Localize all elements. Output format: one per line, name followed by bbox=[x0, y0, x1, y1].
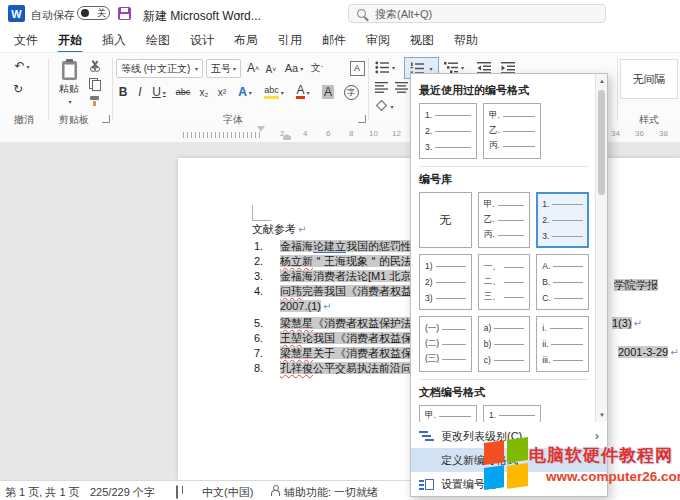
search-input[interactable] bbox=[373, 7, 577, 21]
tab-view[interactable]: 视图 bbox=[404, 29, 440, 52]
word-count[interactable]: 225/229 个字 bbox=[90, 485, 155, 500]
tab-draw[interactable]: 绘图 bbox=[140, 29, 176, 52]
paste-button[interactable]: 粘贴 ▾ bbox=[52, 58, 86, 108]
doc-list-line-6[interactable]: 6.王堃论我国《消费者权益保 bbox=[252, 331, 412, 345]
doc-list-line-7[interactable]: 7.梁慧星关于《消费者权益保 bbox=[252, 346, 412, 360]
num-sample: (一) bbox=[425, 323, 439, 335]
superscript-button[interactable]: x² bbox=[214, 84, 230, 100]
tab-layout[interactable]: 布局 bbox=[228, 29, 264, 52]
doc-list-line-3[interactable]: 3.金福海消费者法论[M1 北京 bbox=[252, 269, 411, 283]
doc-fragment[interactable]: 2001-3-29↵ bbox=[618, 345, 679, 360]
text-effects-button[interactable]: A ▾ bbox=[234, 84, 256, 100]
doc-heading-line[interactable]: 文献参考↵ bbox=[252, 222, 306, 237]
grow-font-button[interactable]: A˄ bbox=[245, 59, 261, 77]
doc-list-line-8[interactable]: 8.孔祥俊公平交易执法前沿问 bbox=[252, 361, 412, 375]
phonetic-guide-button[interactable]: 文ˇ bbox=[308, 59, 326, 77]
doc-list-line-1[interactable]: 1.金福海论建立我国的惩罚性 bbox=[252, 239, 412, 253]
numbering-preview-recent-arabic[interactable]: 1. 2. 3. bbox=[419, 103, 477, 159]
numbering-preview-chinese-paren[interactable]: (一) (二) (三) bbox=[419, 316, 472, 372]
doc-list-line-2[interactable]: 2.杨立新＂王海现象＂的民法 bbox=[252, 254, 412, 268]
doc-fragment[interactable]: 1(3)↵ bbox=[612, 316, 642, 331]
tab-file[interactable]: 文件 bbox=[8, 29, 44, 52]
redo-button[interactable]: ↻ bbox=[8, 81, 28, 97]
scroll-down-icon[interactable]: ▼ bbox=[596, 408, 608, 422]
font-dialog-launcher-icon[interactable] bbox=[358, 115, 366, 123]
num-sample: c) bbox=[484, 355, 491, 365]
numbering-preview-arabic-selected[interactable]: 1. 2. 3. bbox=[536, 192, 589, 248]
undo-button[interactable]: ↶ ▾ bbox=[8, 58, 36, 74]
doc-list-line-4[interactable]: 4.问玮完善我国《消费者权益 bbox=[252, 284, 412, 298]
change-case-button[interactable]: Aa ▾ bbox=[282, 59, 306, 77]
numbering-preview-alpha-paren[interactable]: a) b) c) bbox=[478, 316, 531, 372]
clipboard-dialog-launcher-icon[interactable] bbox=[102, 115, 110, 123]
list-number: 6. bbox=[252, 331, 280, 345]
shrink-font-button[interactable]: A˅ bbox=[263, 60, 279, 78]
highlight-color-button[interactable]: abc ▾ bbox=[261, 84, 287, 100]
language-indicator[interactable]: 中文(中国) bbox=[202, 485, 253, 500]
search-box[interactable] bbox=[348, 4, 606, 23]
title-caret-icon[interactable]: ▾ bbox=[237, 11, 241, 19]
document-title[interactable]: 新建 Microsoft Word... bbox=[143, 8, 261, 25]
character-border-button[interactable]: A bbox=[348, 59, 366, 77]
font-color-icon: A bbox=[296, 85, 304, 99]
numbering-preview-roman[interactable]: i. ii. iii. bbox=[536, 316, 589, 372]
underline-button[interactable]: U ▾ bbox=[148, 84, 170, 100]
autosave-toggle[interactable]: 关 bbox=[77, 6, 110, 20]
shading-button[interactable]: ▾ bbox=[372, 98, 398, 114]
numbering-preview-jiayi[interactable]: 甲. 乙. 丙. bbox=[478, 192, 531, 248]
doc-list-line-5[interactable]: 5.梁慧星《消费者权益保护法 bbox=[252, 316, 412, 330]
subscript-button[interactable]: x₂ bbox=[196, 84, 212, 100]
font-name-combo[interactable]: 等线 (中文正文) ▾ bbox=[116, 59, 203, 78]
doc-list-line-4-continuation[interactable]: 2007.(1)↵ bbox=[280, 299, 331, 314]
numbering-preview-chinese[interactable]: 一、 二、 三、 bbox=[478, 254, 531, 310]
tab-review[interactable]: 审阅 bbox=[360, 29, 396, 52]
undo-icon: ↶ bbox=[14, 59, 24, 73]
font-size-combo[interactable]: 五号 ▾ bbox=[206, 59, 241, 78]
num-sample: ii. bbox=[542, 339, 548, 349]
tab-references[interactable]: 引用 bbox=[272, 29, 308, 52]
save-icon[interactable] bbox=[118, 7, 131, 20]
align-left-button[interactable] bbox=[372, 79, 390, 95]
format-painter-button[interactable] bbox=[86, 94, 104, 108]
align-center-button[interactable] bbox=[392, 79, 410, 95]
page-info[interactable]: 第 1 页, 共 1 页 bbox=[5, 485, 80, 500]
enclose-characters-button[interactable]: 字 bbox=[342, 84, 360, 100]
ruler-number: 6 bbox=[326, 129, 330, 138]
dropdown-scrollbar[interactable]: ▲ ▼ bbox=[595, 74, 607, 422]
copy-button[interactable] bbox=[86, 77, 104, 91]
italic-button[interactable]: I bbox=[134, 84, 146, 100]
accessibility-status[interactable]: 辅助功能: 一切就绪 bbox=[284, 485, 378, 500]
numbering-preview-paren[interactable]: 1) 2) 3) bbox=[419, 254, 472, 310]
doc-fragment[interactable]: 学院学报 bbox=[614, 278, 658, 292]
numbering-preview-recent-jiayi[interactable]: 甲. 乙. 丙. bbox=[483, 103, 541, 159]
title-bar: W 自动保存 关 新建 Microsoft Word... ▾ bbox=[0, 0, 680, 28]
list-number: 1. bbox=[252, 239, 280, 253]
numbering-preview-alpha[interactable]: A. B. C. bbox=[536, 254, 589, 310]
ruler-number: 8 bbox=[349, 129, 353, 138]
style-no-spacing[interactable]: 无间隔 bbox=[620, 59, 678, 99]
word-app-icon[interactable]: W bbox=[8, 5, 25, 22]
superscript-icon: x² bbox=[218, 87, 226, 98]
line-text-spell-marked: 杨立新 bbox=[280, 255, 313, 267]
proofing-icon[interactable] bbox=[176, 485, 178, 499]
tab-insert[interactable]: 插入 bbox=[96, 29, 132, 52]
tab-mailings[interactable]: 邮件 bbox=[316, 29, 352, 52]
scroll-up-icon[interactable]: ▲ bbox=[596, 74, 608, 88]
scrollbar-thumb[interactable] bbox=[598, 90, 605, 195]
num-sample: 甲. bbox=[484, 199, 495, 211]
decrease-indent-icon bbox=[477, 61, 492, 74]
tab-help[interactable]: 帮助 bbox=[448, 29, 484, 52]
numbering-preview-doc-jiayi[interactable]: 甲. bbox=[419, 405, 477, 422]
first-line-indent-marker[interactable] bbox=[257, 126, 265, 132]
change-case-caret-icon: ▾ bbox=[300, 65, 303, 72]
cut-button[interactable] bbox=[84, 59, 106, 73]
numbering-preview-none[interactable]: 无 bbox=[419, 192, 472, 248]
numbering-preview-doc-arabic[interactable]: 1. bbox=[483, 405, 541, 422]
bold-button[interactable]: B bbox=[116, 84, 130, 100]
font-color-button[interactable]: A ▾ bbox=[292, 84, 314, 100]
tab-home[interactable]: 开始 bbox=[52, 29, 88, 52]
tab-design[interactable]: 设计 bbox=[184, 29, 220, 52]
bullets-button[interactable]: ▾ bbox=[372, 58, 398, 76]
strikethrough-button[interactable]: abc bbox=[172, 84, 194, 100]
character-shading-button[interactable]: A bbox=[320, 84, 336, 100]
